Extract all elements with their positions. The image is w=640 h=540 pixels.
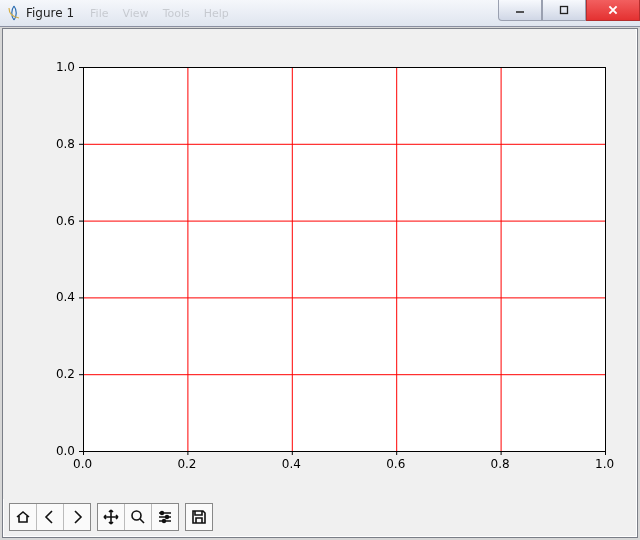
app-icon <box>6 5 22 21</box>
svg-point-3 <box>161 512 164 515</box>
y-tick-label: 0.2 <box>35 367 75 381</box>
zoom-button[interactable] <box>125 504 152 530</box>
move-icon <box>103 509 119 525</box>
home-button[interactable] <box>10 504 37 530</box>
plot-canvas[interactable] <box>3 29 635 499</box>
x-tick-label: 0.0 <box>73 457 92 471</box>
forward-button[interactable] <box>64 504 90 530</box>
y-tick-label: 0.0 <box>35 444 75 458</box>
close-button[interactable] <box>586 0 640 21</box>
mpl-toolbar <box>9 503 213 531</box>
home-icon <box>15 509 31 525</box>
pan-button[interactable] <box>98 504 125 530</box>
maximize-button[interactable] <box>542 0 586 21</box>
x-tick-label: 0.6 <box>386 457 405 471</box>
y-tick-label: 1.0 <box>35 60 75 74</box>
y-tick-label: 0.6 <box>35 214 75 228</box>
y-tick-label: 0.8 <box>35 137 75 151</box>
window-title: Figure 1 <box>26 6 74 20</box>
save-button[interactable] <box>186 504 212 530</box>
svg-point-4 <box>166 516 169 519</box>
figure-client: 0.00.20.40.60.81.00.00.20.40.60.81.0 <box>2 28 638 538</box>
svg-point-2 <box>132 511 141 520</box>
x-tick-label: 0.8 <box>491 457 510 471</box>
arrow-left-icon <box>42 509 58 525</box>
subplots-button[interactable] <box>152 504 178 530</box>
sliders-icon <box>157 509 173 525</box>
magnifier-icon <box>130 509 146 525</box>
y-tick-label: 0.4 <box>35 290 75 304</box>
titlebar: Figure 1 FileViewToolsHelp <box>0 0 640 27</box>
minimize-button[interactable] <box>498 0 542 21</box>
floppy-icon <box>191 509 207 525</box>
back-button[interactable] <box>37 504 64 530</box>
x-tick-label: 0.4 <box>282 457 301 471</box>
x-tick-label: 0.2 <box>177 457 196 471</box>
arrow-right-icon <box>69 509 85 525</box>
svg-point-5 <box>163 520 166 523</box>
x-tick-label: 1.0 <box>595 457 614 471</box>
svg-rect-1 <box>561 7 568 14</box>
